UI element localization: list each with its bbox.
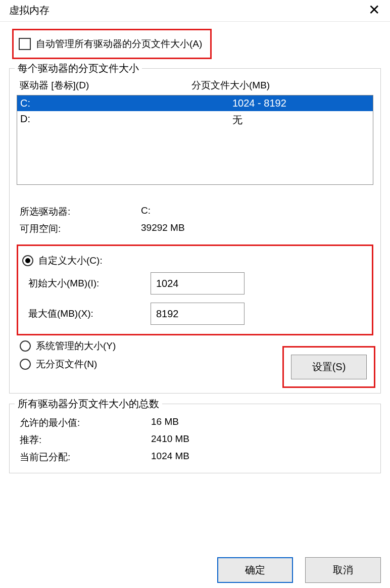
header-size: 分页文件大小(MB) xyxy=(191,79,370,92)
set-button-wrap: 设置(S) xyxy=(282,346,375,388)
titlebar: 虚拟内存 ✕ xyxy=(0,0,390,22)
initial-size-input[interactable] xyxy=(151,272,245,295)
custom-size-radio-row[interactable]: 自定义大小(C): xyxy=(22,254,368,267)
current-allocated-value: 1024 MB xyxy=(151,451,370,464)
custom-size-label: 自定义大小(C): xyxy=(38,254,103,267)
header-drive: 驱动器 [卷标](D) xyxy=(20,79,191,92)
totals-legend: 所有驱动器分页文件大小的总数 xyxy=(15,397,162,411)
dialog-footer: 确定 取消 xyxy=(217,557,381,583)
recommended-label: 推荐: xyxy=(20,433,151,447)
free-space-label: 可用空间: xyxy=(20,222,141,235)
drive-name: D: xyxy=(20,113,232,127)
system-managed-label: 系统管理的大小(Y) xyxy=(36,339,116,353)
no-paging-radio[interactable] xyxy=(20,359,31,370)
drive-name: C: xyxy=(20,97,232,109)
drive-size: 1024 - 8192 xyxy=(232,97,370,109)
drive-row[interactable]: D: 无 xyxy=(17,111,373,129)
cancel-button[interactable]: 取消 xyxy=(305,557,381,583)
auto-manage-checkbox[interactable] xyxy=(19,38,31,50)
ok-button[interactable]: 确定 xyxy=(217,557,293,583)
drive-list-header: 驱动器 [卷标](D) 分页文件大小(MB) xyxy=(17,79,373,95)
selected-drive-label: 所选驱动器: xyxy=(20,205,141,218)
max-size-input[interactable] xyxy=(151,303,245,325)
system-managed-radio[interactable] xyxy=(20,340,31,352)
totals-group: 所有驱动器分页文件大小的总数 允许的最小值: 16 MB 推荐: 2410 MB… xyxy=(9,404,381,473)
drive-row[interactable]: C: 1024 - 8192 xyxy=(17,95,373,111)
drive-size: 无 xyxy=(232,113,370,127)
free-space-value: 39292 MB xyxy=(141,222,370,235)
initial-size-label: 初始大小(MB)(I): xyxy=(22,277,151,290)
per-drive-group: 每个驱动器的分页文件大小 驱动器 [卷标](D) 分页文件大小(MB) C: 1… xyxy=(9,68,381,394)
no-paging-label: 无分页文件(N) xyxy=(36,358,97,371)
custom-size-block: 自定义大小(C): 初始大小(MB)(I): 最大值(MB)(X): xyxy=(17,244,373,335)
per-drive-legend: 每个驱动器的分页文件大小 xyxy=(15,62,142,75)
min-allowed-label: 允许的最小值: xyxy=(20,416,151,429)
current-allocated-label: 当前已分配: xyxy=(20,451,151,464)
min-allowed-value: 16 MB xyxy=(151,416,370,429)
window-title: 虚拟内存 xyxy=(9,4,50,17)
selected-drive-value: C: xyxy=(141,205,370,218)
recommended-value: 2410 MB xyxy=(151,433,370,447)
drive-list[interactable]: C: 1024 - 8192 D: 无 xyxy=(17,95,373,185)
set-button[interactable]: 设置(S) xyxy=(291,355,367,379)
auto-manage-label: 自动管理所有驱动器的分页文件大小(A) xyxy=(36,37,202,51)
custom-size-radio[interactable] xyxy=(22,255,33,266)
max-size-label: 最大值(MB)(X): xyxy=(22,307,151,320)
auto-manage-row[interactable]: 自动管理所有驱动器的分页文件大小(A) xyxy=(12,29,212,59)
close-icon[interactable]: ✕ xyxy=(364,3,384,17)
